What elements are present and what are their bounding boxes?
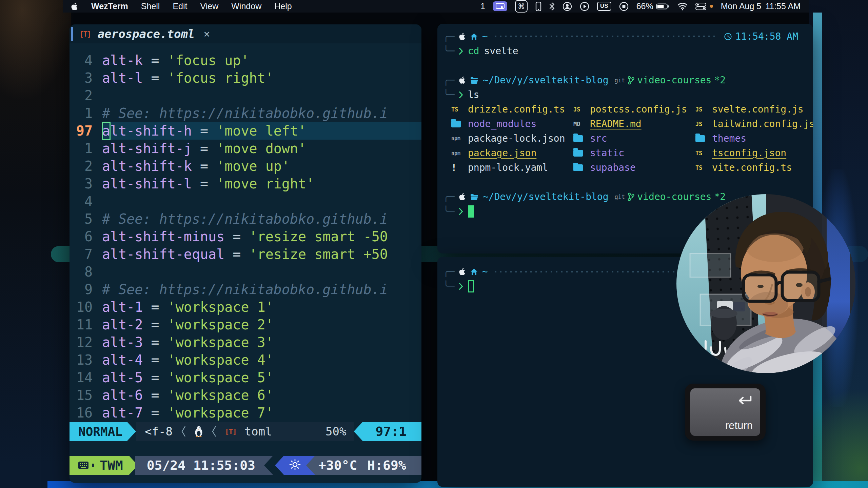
- scroll-progress: 50%: [326, 425, 346, 438]
- file-entry: JSpostcss.config.js: [573, 102, 695, 117]
- home-icon: [470, 33, 478, 41]
- code-line: 2: [70, 87, 421, 104]
- git-changes: *2: [714, 75, 726, 86]
- humidity: H:69%: [367, 458, 406, 473]
- command: ls: [468, 89, 479, 100]
- file-name: postcss.config.js: [590, 104, 687, 115]
- menu-bar: WezTermShellEditViewWindowHelp 1 ⌘ US: [63, 0, 809, 13]
- chevron-left-icon: [181, 425, 186, 438]
- chevron-left-icon: [211, 425, 217, 438]
- prompt-chevron-icon: [459, 91, 463, 99]
- js-icon: JS: [695, 106, 708, 113]
- command-args: svelte: [484, 45, 518, 57]
- code-line: 8: [70, 263, 421, 281]
- tab-close-icon[interactable]: ×: [203, 27, 210, 40]
- screen-sharing-icon[interactable]: [493, 1, 507, 11]
- code-line: 97alt-shift-h = 'move left': [70, 122, 421, 140]
- ts-icon: TS: [451, 106, 463, 113]
- wallpaper-topleft-blur: [0, 0, 75, 102]
- command-line: ╰─ cd svelte: [443, 44, 798, 58]
- file-entry: themes: [695, 131, 813, 146]
- folder-open-icon: [470, 77, 479, 84]
- npm-icon: npm: [451, 150, 463, 156]
- command-menu-icon[interactable]: ⌘: [515, 0, 528, 13]
- menu-item-help[interactable]: Help: [274, 1, 292, 11]
- apple-menu-icon[interactable]: [71, 2, 78, 11]
- code-line: 13alt-4 = 'workspace 4': [70, 351, 421, 369]
- file-name: tsconfig.json: [712, 147, 786, 159]
- line-number: 8: [70, 263, 102, 281]
- apple-icon: [459, 192, 466, 201]
- tab-indicator: [71, 27, 73, 41]
- workspace-number: 1: [480, 1, 485, 11]
- control-center-icon[interactable]: [695, 2, 706, 11]
- prompt-chevron-icon: [459, 283, 463, 290]
- session-badge: TWM: [70, 456, 138, 475]
- line-number: 2: [70, 157, 102, 175]
- menu-item-shell[interactable]: Shell: [141, 1, 160, 11]
- tab-title[interactable]: aerospace.toml: [98, 27, 195, 41]
- toml-filetype-icon: [T]: [79, 30, 91, 38]
- menu-item-view[interactable]: View: [200, 1, 219, 11]
- play-menu-icon[interactable]: [580, 2, 589, 11]
- line-number: 4: [70, 192, 102, 210]
- git-label: git: [615, 194, 625, 200]
- file-name: README.md: [590, 118, 642, 129]
- home-icon: [470, 268, 478, 276]
- webcam-overlay: [676, 194, 855, 373]
- menu-clock[interactable]: Mon Aug 511:55 AM: [721, 1, 801, 11]
- keyboard-icon: [78, 461, 94, 470]
- apple-icon: [459, 267, 466, 276]
- file-name: package.json: [468, 147, 536, 159]
- line-number: 1: [70, 140, 102, 157]
- line-number: 5: [70, 210, 102, 228]
- return-key-overlay: return: [685, 384, 766, 441]
- line-number: 3: [70, 175, 102, 192]
- file-entry: npmpackage.json: [451, 146, 573, 160]
- code-area[interactable]: 4alt-k = 'focus up'3alt-l = 'focus right…: [70, 43, 421, 422]
- bluetooth-icon[interactable]: [549, 2, 555, 11]
- line-number: 2: [70, 87, 102, 104]
- file-entry: TSdrizzle.config.ts: [451, 102, 573, 117]
- file-name: drizzle.config.ts: [468, 104, 565, 115]
- command-line: ╰─ ls: [443, 87, 798, 102]
- menu-item-edit[interactable]: Edit: [173, 1, 187, 11]
- prompt-path: ~/Dev/y/sveltekit-blog: [483, 75, 609, 86]
- npm-icon: npm: [451, 136, 463, 142]
- prompt-line: ╭─ ~ 11:54:58 AM: [443, 29, 798, 44]
- ls-output: TSdrizzle.config.tsJSpostcss.config.jsJS…: [451, 102, 798, 175]
- user-menu-icon[interactable]: [563, 2, 572, 11]
- code-line: 1alt-shift-j = 'move down': [70, 140, 421, 157]
- file-entry: JSsvelte.config.js: [695, 102, 813, 117]
- screen-record-icon[interactable]: [619, 2, 629, 11]
- md-icon: MD: [573, 121, 586, 127]
- return-key-label: return: [725, 420, 753, 432]
- code-line: 7alt-shift-equal = 'resize smart +50: [70, 245, 421, 263]
- file-name: src: [590, 133, 607, 144]
- file-entry: static: [573, 146, 695, 160]
- file-entry: node_modules: [451, 117, 573, 131]
- folder-icon: [573, 150, 583, 157]
- editor-window[interactable]: [T] aerospace.toml × 4alt-k = 'focus up'…: [70, 24, 421, 483]
- code-line: 2alt-shift-k = 'move up': [70, 157, 421, 175]
- folder-open-icon: [470, 193, 479, 201]
- file-entry: TSvite.config.ts: [695, 160, 813, 175]
- menu-item-wezterm[interactable]: WezTerm: [91, 1, 128, 11]
- file-name: static: [590, 147, 624, 159]
- code-line: 16alt-7 = 'workspace 7': [70, 404, 421, 422]
- folder-icon: [573, 164, 583, 171]
- git-branch: video-courses *2: [628, 191, 726, 202]
- line-number: 4: [70, 52, 102, 69]
- git-branch: video-courses *2: [628, 75, 726, 86]
- file-name: supabase: [590, 162, 636, 173]
- prompt-path: ~: [482, 31, 488, 42]
- apple-icon: [459, 76, 466, 84]
- file-name: vite.config.ts: [712, 162, 792, 173]
- device-icon[interactable]: [535, 2, 541, 11]
- wifi-icon[interactable]: [677, 2, 688, 11]
- menu-item-window[interactable]: Window: [231, 1, 261, 11]
- date-time: 05/24 11:55:03: [135, 456, 273, 475]
- js-icon: JS: [695, 121, 708, 127]
- input-source-icon[interactable]: US: [597, 2, 611, 11]
- battery-indicator[interactable]: 66%: [636, 1, 670, 11]
